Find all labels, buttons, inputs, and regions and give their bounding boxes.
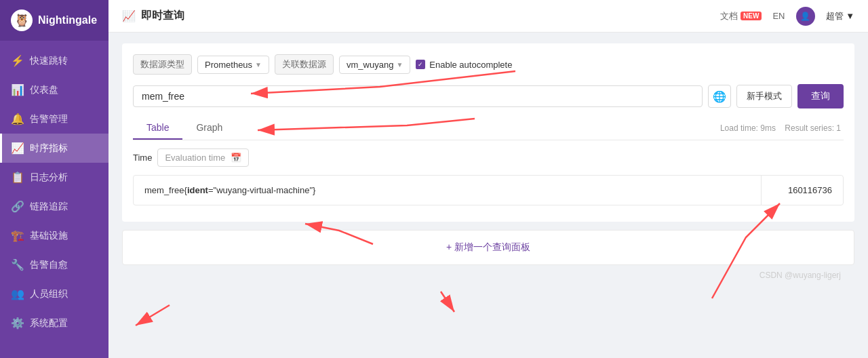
calendar-icon: 📅 <box>231 153 241 163</box>
query-button[interactable]: 查询 <box>797 84 844 108</box>
datasource-type-select[interactable]: Prometheus ▼ <box>197 56 269 74</box>
dashboard-icon: 📊 <box>11 83 23 96</box>
chevron-down-icon: ▼ <box>396 61 403 68</box>
tab-graph-label: Graph <box>196 122 222 133</box>
trace-icon: 🔗 <box>11 200 23 213</box>
sidebar-item-label: 时序指标 <box>30 142 68 155</box>
sidebar-item-label: 系统配置 <box>30 317 68 330</box>
new-badge: NEW <box>741 12 762 20</box>
sidebar-item-sys-config[interactable]: ⚙️ 系统配置 <box>0 309 108 338</box>
sys-config-icon: ⚙️ <box>11 317 23 330</box>
result-series: Result series: 1 <box>785 123 841 133</box>
content-area: 数据源类型 Prometheus ▼ 关联数据源 vm_wuyang ▼ ✓ E… <box>108 33 868 358</box>
related-datasource-select[interactable]: vm_wuyang ▼ <box>339 56 410 74</box>
result-value: 160116736 <box>762 176 843 205</box>
alert-mgmt-icon: 🔔 <box>11 113 23 125</box>
beginner-mode-button[interactable]: 新手模式 <box>736 85 792 108</box>
sidebar-item-label: 仪表盘 <box>30 84 58 96</box>
quick-jump-icon: ⚡ <box>11 54 23 67</box>
sidebar-item-label: 人员组织 <box>30 288 68 300</box>
toolbar-row: 数据源类型 Prometheus ▼ 关联数据源 vm_wuyang ▼ ✓ E… <box>133 54 844 75</box>
add-panel-button[interactable]: + 新增一个查询面板 <box>122 230 854 265</box>
alert-self-heal-icon: 🔧 <box>11 258 23 271</box>
infra-icon: 🏗️ <box>11 229 23 242</box>
autocomplete-label: Enable autocomplete <box>429 60 512 70</box>
sidebar-item-label: 链路追踪 <box>30 201 68 213</box>
logo-owl-icon: 🦉 <box>11 9 33 31</box>
tabs-row: Table Graph Load time: 9ms Result series… <box>133 117 844 140</box>
evaluation-time-placeholder: Evaluation time <box>165 153 225 163</box>
topbar-right: 文档 NEW EN 👤 超管 ▼ <box>720 7 854 26</box>
tab-graph[interactable]: Graph <box>182 117 236 140</box>
language-selector[interactable]: EN <box>772 11 785 21</box>
datasource-type-value: Prometheus <box>205 60 252 70</box>
sidebar-item-alert-mgmt[interactable]: 🔔 告警管理 <box>0 104 108 134</box>
evaluation-time-input[interactable]: Evaluation time 📅 <box>157 148 249 167</box>
time-row: Time Evaluation time 📅 <box>133 148 844 167</box>
result-metric-text: mem_free{ident="wuyang-virtual-machine"} <box>144 185 315 195</box>
query-input[interactable] <box>133 85 703 107</box>
result-row: mem_free{ident="wuyang-virtual-machine"}… <box>133 175 844 205</box>
sidebar-item-label: 告警自愈 <box>30 259 68 271</box>
sidebar-logo[interactable]: 🦉 Nightingale <box>0 0 108 41</box>
main-content: 📈 即时查询 文档 NEW EN 👤 超管 ▼ 数据源类型 Prometheus <box>108 0 868 358</box>
docs-label: 文档 <box>720 10 738 22</box>
sidebar-item-time-metrics[interactable]: 📈 时序指标 <box>0 134 108 163</box>
tabs-info: Load time: 9ms Result series: 1 <box>720 123 844 133</box>
time-metrics-icon: 📈 <box>11 142 23 155</box>
user-avatar[interactable]: 👤 <box>796 7 815 26</box>
sidebar-item-log-analysis[interactable]: 📋 日志分析 <box>0 163 108 192</box>
sidebar-item-label: 日志分析 <box>30 172 68 184</box>
autocomplete-toggle[interactable]: ✓ Enable autocomplete <box>416 60 512 70</box>
topbar: 📈 即时查询 文档 NEW EN 👤 超管 ▼ <box>108 0 868 33</box>
sidebar: 🦉 Nightingale ⚡ 快速跳转 📊 仪表盘 🔔 告警管理 📈 时序指标… <box>0 0 108 358</box>
sidebar-item-quick-jump[interactable]: ⚡ 快速跳转 <box>0 46 108 75</box>
query-panel: 数据源类型 Prometheus ▼ 关联数据源 vm_wuyang ▼ ✓ E… <box>122 43 854 222</box>
datasource-type-label: 数据源类型 <box>133 54 192 75</box>
sidebar-item-infra[interactable]: 🏗️ 基础设施 <box>0 221 108 250</box>
log-analysis-icon: 📋 <box>11 171 23 184</box>
checkbox-checked-icon: ✓ <box>416 60 425 69</box>
docs-link[interactable]: 文档 NEW <box>720 10 762 22</box>
sidebar-logo-text: Nightingale <box>38 14 97 26</box>
sidebar-item-people-org[interactable]: 👥 人员组织 <box>0 279 108 309</box>
sidebar-item-label: 快速跳转 <box>30 55 68 67</box>
sidebar-item-label: 基础设施 <box>30 230 68 242</box>
sidebar-item-trace[interactable]: 🔗 链路追踪 <box>0 192 108 221</box>
related-datasource-value: vm_wuyang <box>347 60 393 70</box>
tab-table-label: Table <box>146 122 169 133</box>
time-label: Time <box>133 153 152 163</box>
query-input-row: 🌐 新手模式 查询 <box>133 84 844 108</box>
globe-button[interactable]: 🌐 <box>708 85 731 108</box>
result-metric: mem_free{ident="wuyang-virtual-machine"} <box>134 176 762 205</box>
chevron-down-icon: ▼ <box>255 61 262 68</box>
related-datasource-label: 关联数据源 <box>275 54 334 75</box>
load-time: Load time: 9ms <box>720 123 776 133</box>
sidebar-item-dashboard[interactable]: 📊 仪表盘 <box>0 75 108 104</box>
people-org-icon: 👥 <box>11 287 23 300</box>
watermark: CSDN @wuyang-ligerj <box>122 265 854 285</box>
tab-table[interactable]: Table <box>133 117 182 140</box>
page-title: 📈 即时查询 <box>122 9 184 23</box>
page-title-icon: 📈 <box>122 9 136 22</box>
sidebar-item-alert-self-heal[interactable]: 🔧 告警自愈 <box>0 250 108 279</box>
sidebar-nav: ⚡ 快速跳转 📊 仪表盘 🔔 告警管理 📈 时序指标 📋 日志分析 🔗 链路追踪… <box>0 41 108 358</box>
username[interactable]: 超管 ▼ <box>826 10 855 22</box>
sidebar-item-label: 告警管理 <box>30 113 68 125</box>
page-title-text: 即时查询 <box>141 9 184 23</box>
